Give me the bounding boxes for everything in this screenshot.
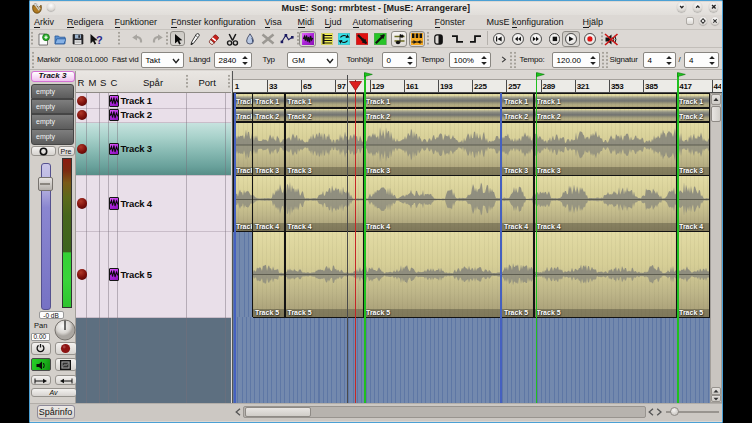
svg-text:?: ? bbox=[96, 33, 103, 45]
